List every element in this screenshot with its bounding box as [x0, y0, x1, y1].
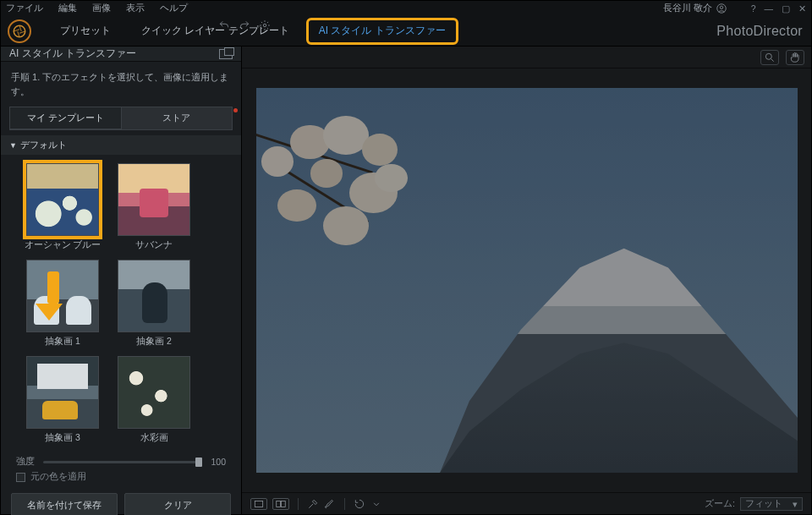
section-label: デフォルト	[20, 139, 67, 151]
section-default[interactable]: ▼ デフォルト	[1, 135, 241, 155]
app-logo	[8, 19, 31, 43]
svg-point-3	[263, 24, 266, 27]
svg-point-2	[14, 25, 25, 37]
intensity-value: 100	[211, 457, 226, 467]
chevron-down-icon[interactable]	[370, 498, 382, 510]
zoom-tool[interactable]	[760, 50, 779, 65]
hand-icon	[789, 52, 801, 63]
quick-tool-icons	[218, 19, 271, 31]
svg-rect-7	[282, 501, 286, 507]
pan-tool[interactable]	[786, 50, 804, 65]
canvas-toolstrip	[242, 47, 811, 68]
intensity-label: 強度	[16, 456, 35, 468]
user-account[interactable]: 長谷川 敬介	[663, 3, 727, 14]
view-single-icon[interactable]	[250, 498, 267, 510]
svg-rect-6	[277, 501, 281, 507]
style-watercolor-label: 水彩画	[140, 432, 168, 444]
keep-original-color[interactable]: 元の色を適用	[1, 471, 241, 488]
zoom-label: ズーム:	[705, 498, 735, 510]
template-subtabs: マイ テンプレート ストア	[9, 107, 233, 130]
checkbox-icon[interactable]	[16, 473, 25, 482]
help-icon[interactable]: ?	[751, 3, 756, 14]
style-savanna-thumb	[118, 163, 190, 236]
popout-icon[interactable]	[219, 49, 233, 59]
close-icon[interactable]: ✕	[798, 3, 806, 14]
svg-rect-5	[255, 501, 262, 507]
left-panel-header: AI スタイル トランスファー	[1, 47, 241, 62]
style-abstract-3-thumb	[26, 356, 99, 429]
svg-point-4	[765, 53, 771, 59]
subtab-store[interactable]: ストア	[121, 107, 233, 130]
tab-ai-style-transfer[interactable]: AI スタイル トランスファー	[306, 18, 458, 45]
style-abstract-2-thumb	[118, 260, 190, 332]
view-split-icon[interactable]	[272, 498, 289, 510]
brush-icon[interactable]	[324, 498, 336, 510]
svg-point-1	[720, 6, 723, 9]
subtab-my-templates[interactable]: マイ テンプレート	[9, 107, 121, 130]
style-abstract-2[interactable]: 抽象画 2	[111, 260, 197, 348]
canvas-wrap	[242, 68, 811, 492]
app-brand: PhotoDirector	[716, 24, 803, 39]
save-as-button[interactable]: 名前を付けて保存	[11, 493, 118, 515]
single-view-icon	[253, 498, 265, 510]
menu-image[interactable]: 画像	[92, 3, 111, 14]
app-window: ファイル 編集 画像 表示 ヘルプ 長谷川 敬介 ? — ▢ ✕ プリセット ク…	[0, 0, 812, 515]
menu-edit[interactable]: 編集	[58, 3, 77, 14]
style-savanna-label: サバンナ	[135, 239, 173, 251]
callout-arrow	[43, 271, 63, 321]
menubar: ファイル 編集 画像 表示 ヘルプ 長谷川 敬介 ? — ▢ ✕	[1, 1, 811, 16]
intensity-track[interactable]	[43, 461, 202, 463]
style-savanna[interactable]: サバンナ	[111, 163, 197, 251]
instruction-text: 手順 1. 下のエフェクトを選択して、画像に適用します。	[1, 62, 241, 107]
canvas-image[interactable]	[256, 88, 798, 473]
style-abstract-1-label: 抽象画 1	[45, 336, 80, 348]
style-watercolor-thumb	[118, 356, 190, 429]
chevron-down-icon: ▾	[793, 499, 798, 509]
zoom-value: フィット	[745, 498, 782, 510]
tab-quick-layer[interactable]: クイック レイヤー テンプレート	[128, 19, 303, 43]
intensity-handle[interactable]	[195, 457, 202, 467]
style-abstract-1[interactable]: 抽象画 1	[19, 260, 106, 348]
style-ocean-blue-label: オーシャン ブルー	[25, 239, 102, 251]
zoom-select[interactable]: フィット ▾	[740, 497, 803, 511]
clear-button[interactable]: クリア	[124, 493, 231, 515]
right-area: ズーム: フィット ▾	[242, 47, 811, 514]
style-ocean-blue-thumb	[26, 163, 99, 236]
menu-view[interactable]: 表示	[126, 3, 145, 14]
style-abstract-1-thumb	[26, 260, 99, 332]
split-view-icon	[275, 498, 287, 510]
user-name: 長谷川 敬介	[663, 3, 712, 14]
gear-icon[interactable]	[259, 19, 271, 31]
chevron-down-icon: ▼	[9, 141, 17, 150]
style-ocean-blue[interactable]: オーシャン ブルー	[19, 163, 106, 251]
redo-icon[interactable]	[239, 19, 250, 31]
style-abstract-3-label: 抽象画 3	[45, 432, 80, 444]
store-notification-dot	[233, 108, 238, 112]
eyedropper-icon[interactable]	[307, 498, 319, 510]
style-abstract-2-label: 抽象画 2	[136, 336, 172, 348]
undo-icon[interactable]	[218, 19, 230, 31]
user-icon	[716, 3, 727, 14]
left-actions: 名前を付けて保存 クリア	[1, 488, 241, 515]
aperture-icon	[12, 24, 27, 39]
style-abstract-3[interactable]: 抽象画 3	[19, 356, 106, 444]
menu-help[interactable]: ヘルプ	[160, 3, 188, 14]
maximize-icon[interactable]: ▢	[782, 3, 790, 14]
intensity-slider[interactable]: 強度 100	[1, 451, 241, 471]
keep-original-color-label: 元の色を適用	[30, 471, 86, 483]
left-panel: AI スタイル トランスファー 手順 1. 下のエフェクトを選択して、画像に適用…	[1, 47, 242, 514]
tab-preset[interactable]: プリセット	[47, 19, 124, 43]
bottom-bar: ズーム: フィット ▾	[242, 492, 811, 514]
search-icon	[764, 52, 776, 63]
style-watercolor[interactable]: 水彩画	[111, 356, 197, 444]
minimize-icon[interactable]: —	[765, 3, 774, 14]
panel-title: AI スタイル トランスファー	[9, 47, 136, 61]
rotate-icon[interactable]	[354, 498, 365, 510]
titlebar: プリセット クイック レイヤー テンプレート AI スタイル トランスファー P…	[1, 16, 811, 47]
menu-file[interactable]: ファイル	[6, 3, 43, 14]
